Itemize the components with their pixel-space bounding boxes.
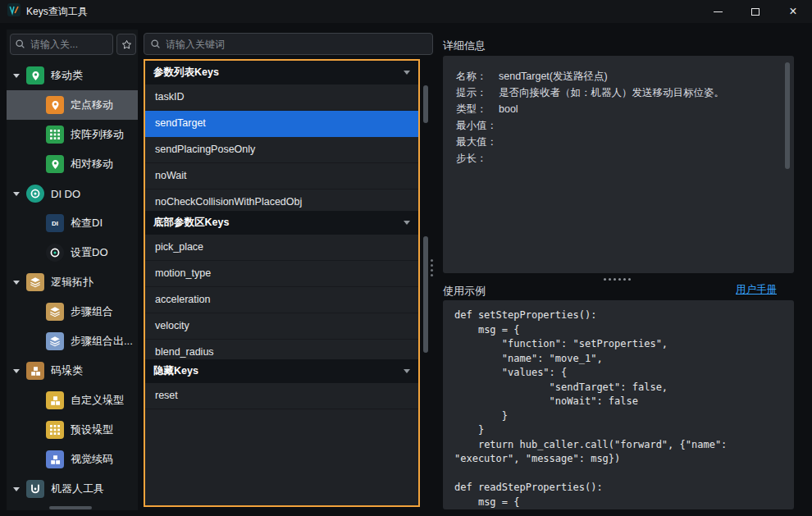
- tree-item-custom-pallet[interactable]: 自定义垛型: [7, 386, 138, 415]
- tree-group-label: 移动类: [51, 68, 83, 83]
- section-items: taskID sendTarget sendPlacingPoseOnly no…: [145, 84, 418, 211]
- tree-item-vision-continue[interactable]: 视觉续码: [7, 445, 138, 474]
- keys-scrollbar-bottom[interactable]: [423, 236, 428, 353]
- section-header-hidden-keys[interactable]: 隐藏Keys: [145, 359, 418, 383]
- tree-item-label: 预设垛型: [71, 422, 113, 437]
- di-badge-icon: DI: [46, 214, 64, 232]
- details-scrollbar[interactable]: [785, 62, 790, 169]
- keys-scrollbar-top[interactable]: [423, 85, 428, 123]
- tree-item-step-group-output[interactable]: 步骤组合出...: [7, 326, 138, 356]
- gripper-icon: [26, 480, 44, 498]
- di-badge-text: DI: [52, 220, 58, 227]
- pin-icon: [46, 96, 64, 114]
- tree-group-logic-topology[interactable]: 逻辑拓扑: [7, 267, 138, 297]
- grid-icon: [46, 421, 64, 439]
- key-item[interactable]: reset: [145, 383, 418, 409]
- tree-item-step-group[interactable]: 步骤组合: [7, 297, 138, 326]
- tree-group-robot-tools[interactable]: 机器人工具: [7, 474, 138, 504]
- boxes-icon: [26, 362, 44, 380]
- titlebar: Keys查询工具 ×: [0, 0, 812, 23]
- chevron-down-icon: [404, 221, 410, 225]
- minimize-icon: [714, 11, 723, 12]
- layers-icon: [46, 303, 64, 321]
- chevron-down-icon: [13, 369, 20, 373]
- pin-icon: [26, 66, 44, 84]
- tree-item-label: 视觉续码: [71, 452, 113, 467]
- example-title: 使用示例: [443, 284, 486, 299]
- detail-field-name: 名称： sendTarget(发送路径点): [456, 68, 781, 84]
- favorite-button[interactable]: [116, 34, 136, 55]
- tree-item-label: 按阵列移动: [71, 127, 124, 142]
- sidebar-search-row: [7, 30, 138, 60]
- tree-item-relative-move[interactable]: 相对移动: [7, 149, 138, 179]
- close-button[interactable]: ×: [774, 0, 812, 23]
- sidebar-horizontal-scrollbar[interactable]: [49, 506, 92, 509]
- tree-group-label: 机器人工具: [51, 482, 104, 496]
- chevron-down-icon: [13, 281, 20, 285]
- code-panel: def setStepProperties(): msg = { "functi…: [443, 300, 794, 509]
- details-title: 详细信息: [443, 39, 486, 53]
- horizontal-splitter-handle[interactable]: [614, 278, 616, 281]
- tree-item-label: 定点移动: [71, 98, 113, 112]
- details-panel: 名称： sendTarget(发送路径点) 提示： 是否向接收者（如：机器人）发…: [443, 56, 794, 273]
- detail-field-min: 最小值：: [456, 117, 781, 134]
- chevron-down-icon: [13, 192, 20, 196]
- ring-icon: [46, 244, 64, 262]
- detail-field-hint: 提示： 是否向接收者（如：机器人）发送移动目标位姿。: [456, 84, 781, 101]
- close-icon: ×: [789, 5, 796, 18]
- tree-item-array-move[interactable]: 按阵列移动: [7, 120, 138, 149]
- key-item[interactable]: acceleration: [145, 287, 418, 313]
- pin-icon: [46, 155, 64, 173]
- maximize-icon: [751, 8, 760, 16]
- tree-item-preset-pallet[interactable]: 预设垛型: [7, 415, 138, 445]
- tree-group-move[interactable]: 移动类: [7, 61, 138, 90]
- chevron-down-icon: [13, 74, 20, 78]
- tree-group-label: 逻辑拓扑: [51, 275, 94, 290]
- key-item[interactable]: velocity: [145, 313, 418, 340]
- section-header-bottom-params[interactable]: 底部参数区Keys: [145, 211, 418, 235]
- tree-item-label: 设置DO: [71, 245, 108, 260]
- chevron-down-icon: [13, 487, 20, 491]
- chevron-down-icon: [404, 369, 410, 373]
- key-item[interactable]: motion_type: [145, 261, 418, 287]
- keys-list: 参数列表Keys taskID sendTarget sendPlacingPo…: [144, 59, 420, 507]
- key-item[interactable]: sendPlacingPoseOnly: [145, 137, 418, 163]
- tree-group-label: DI DO: [51, 188, 80, 200]
- section-items: pick_place motion_type acceleration velo…: [145, 235, 418, 359]
- tree-item-label: 相对移动: [71, 157, 113, 171]
- example-code: def setStepProperties(): msg = { "functi…: [454, 308, 782, 509]
- tree-group-label: 码垛类: [51, 363, 83, 378]
- search-icon: [150, 39, 161, 49]
- tree-item-label: 步骤组合: [71, 304, 113, 319]
- section-title: 底部参数区Keys: [153, 216, 229, 230]
- key-item[interactable]: pick_place: [145, 235, 418, 261]
- app-logo-icon: [7, 3, 21, 20]
- user-manual-link[interactable]: 用户手册: [736, 283, 777, 297]
- ring-icon: [26, 185, 44, 203]
- boxes-icon: [46, 450, 64, 468]
- vertical-splitter-handle[interactable]: [431, 264, 433, 267]
- section-items: reset: [145, 383, 418, 505]
- layers-icon: [26, 273, 44, 291]
- key-item[interactable]: noCheckCollisionWithPlacedObj: [145, 190, 418, 211]
- key-item[interactable]: taskID: [145, 84, 418, 111]
- section-header-param-list[interactable]: 参数列表Keys: [145, 61, 418, 84]
- section-title: 参数列表Keys: [153, 66, 219, 80]
- keys-search-input[interactable]: [144, 33, 433, 55]
- maximize-button[interactable]: [737, 0, 774, 23]
- detail-field-type: 类型： bool: [456, 101, 781, 117]
- key-item[interactable]: blend_radius: [145, 340, 418, 359]
- sidebar: 移动类 定点移动 按阵列移动 相对移动 DI DO DI: [7, 30, 138, 510]
- tree-item-check-di[interactable]: DI 检查DI: [7, 208, 138, 238]
- tree-item-fixed-point-move[interactable]: 定点移动: [7, 90, 138, 120]
- key-item-selected[interactable]: sendTarget: [145, 111, 418, 137]
- tree-group-di-do[interactable]: DI DO: [7, 179, 138, 208]
- star-icon: [121, 39, 132, 50]
- tree-item-set-do[interactable]: 设置DO: [7, 238, 138, 267]
- minimize-button[interactable]: [699, 0, 737, 23]
- tree-group-palletizing[interactable]: 码垛类: [7, 356, 138, 386]
- detail-field-max: 最大值：: [456, 134, 781, 150]
- key-item[interactable]: noWait: [145, 163, 418, 190]
- layers-icon: [46, 332, 64, 350]
- chevron-down-icon: [404, 71, 410, 75]
